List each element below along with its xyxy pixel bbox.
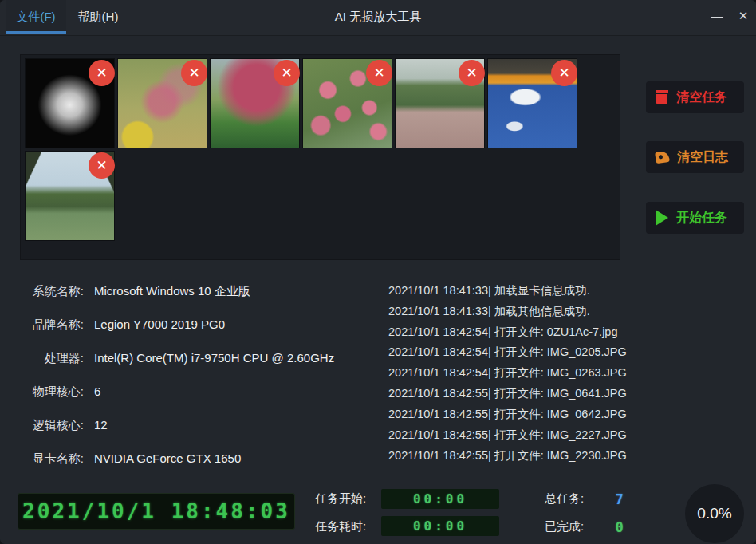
menu-file[interactable]: 文件(F) <box>6 0 66 34</box>
start-task-label: 开始任务 <box>676 210 727 227</box>
clear-logs-label: 清空日志 <box>677 149 728 166</box>
log-line: 2021/10/1 18:42:55| 打开文件: IMG_2227.JPG <box>388 428 739 443</box>
log-line: 2021/10/1 18:42:54| 打开文件: IMG_0263.JPG <box>388 365 739 381</box>
task-start-label: 任务开始: <box>315 491 366 507</box>
led-clock: 2021/10/1 18:48:03 <box>22 499 290 523</box>
log-line: 2021/10/1 18:42:55| 打开文件: IMG_2230.JPG <box>388 448 739 464</box>
delete-thumbnail-icon[interactable]: ✕ <box>274 60 300 86</box>
total-tasks-label: 总任务: <box>545 491 584 507</box>
info-label: 显卡名称: <box>24 451 84 467</box>
play-icon <box>656 210 668 226</box>
minimize-icon[interactable]: — <box>703 0 730 32</box>
thumbnail-red-maple-tree: ✕ <box>210 58 300 148</box>
task-start-display: 00:00 <box>381 489 499 509</box>
info-row-gpu: 显卡名称: NVIDIA GeForce GTX 1650 <box>24 451 383 467</box>
info-label: 逻辑核心: <box>24 418 84 433</box>
info-label: 品牌名称: <box>24 317 84 333</box>
thumbnail-blossom-tree-boat: ✕ <box>117 58 207 148</box>
task-elapsed-display: 00:00 <box>381 516 499 536</box>
thumbnail-guy-fawkes-mask: ✕ <box>25 58 115 148</box>
info-value: 6 <box>94 384 100 398</box>
log-line: 2021/10/1 18:42:55| 打开文件: IMG_0642.JPG <box>388 407 739 423</box>
info-row-os: 系统名称: Microsoft Windows 10 企业版 <box>24 284 383 300</box>
log-line: 2021/10/1 18:41:33| 加载其他信息成功. <box>388 304 739 320</box>
clear-tasks-label: 清空任务 <box>676 89 727 106</box>
log-line: 2021/10/1 18:42:55| 打开文件: IMG_0641.JPG <box>388 386 739 402</box>
thumbnail-pond-pagoda: ✕ <box>25 151 115 241</box>
task-elapsed-label: 任务耗时: <box>315 519 366 534</box>
completed-value: 0 <box>610 519 629 535</box>
info-label: 系统名称: <box>24 284 84 299</box>
clean-broom-icon <box>655 151 670 164</box>
progress-circle: 0.0% <box>685 484 744 543</box>
log-line: 2021/10/1 18:41:33| 加载显卡信息成功. <box>388 283 739 299</box>
led-clock-panel: 2021/10/1 18:48:03 <box>18 493 295 530</box>
info-value: Legion Y7000 2019 PG0 <box>94 317 225 331</box>
menu-file-label: 文件(F) <box>16 10 55 23</box>
completed-label: 已完成: <box>545 519 584 534</box>
info-label: 物理核心: <box>24 384 84 400</box>
info-value: Intel(R) Core(TM) i7-9750H CPU @ 2.60GHz <box>94 351 334 365</box>
clear-tasks-button[interactable]: 清空任务 <box>646 81 744 113</box>
delete-thumbnail-icon[interactable]: ✕ <box>181 60 207 86</box>
task-thumbnail-panel: ✕ ✕ ✕ ✕ ✕ ✕ ✕ <box>20 54 620 260</box>
progress-percent: 0.0% <box>697 505 731 522</box>
thumbnail-park-walkway: ✕ <box>395 58 485 148</box>
info-value: Microsoft Windows 10 企业版 <box>94 284 250 299</box>
total-tasks-value: 7 <box>610 491 629 507</box>
thumbnail-inverted-sky-gull: ✕ <box>487 58 577 148</box>
log-line: 2021/10/1 18:42:54| 打开文件: 0ZU1Ac-7.jpg <box>388 325 739 341</box>
clear-logs-button[interactable]: 清空日志 <box>646 141 744 173</box>
info-row-cpu: 处理器: Intel(R) Core(TM) i7-9750H CPU @ 2.… <box>24 351 383 367</box>
thumbnail-pink-flower-bush: ✕ <box>302 58 392 148</box>
delete-thumbnail-icon[interactable]: ✕ <box>459 60 485 86</box>
info-value: NVIDIA GeForce GTX 1650 <box>94 451 241 465</box>
delete-thumbnail-icon[interactable]: ✕ <box>89 152 115 179</box>
menu-help[interactable]: 帮助(H) <box>73 0 123 34</box>
active-tab-underline <box>6 31 66 34</box>
info-label: 处理器: <box>24 351 84 366</box>
start-task-button[interactable]: 开始任务 <box>646 202 744 234</box>
info-row-physical-cores: 物理核心: 6 <box>24 384 383 400</box>
close-icon[interactable]: ✕ <box>730 0 756 32</box>
delete-thumbnail-icon[interactable]: ✕ <box>551 60 577 86</box>
title-bar: 文件(F) 帮助(H) AI 无损放大工具 — ✕ <box>0 0 756 36</box>
delete-thumbnail-icon[interactable]: ✕ <box>89 60 115 86</box>
app-window: 文件(F) 帮助(H) AI 无损放大工具 — ✕ ✕ ✕ ✕ ✕ ✕ <box>0 0 756 544</box>
trash-icon <box>656 90 668 104</box>
info-row-logical-cores: 逻辑核心: 12 <box>24 418 383 434</box>
delete-thumbnail-icon[interactable]: ✕ <box>366 60 392 86</box>
menu-help-label: 帮助(H) <box>78 10 119 23</box>
log-line: 2021/10/1 18:42:54| 打开文件: IMG_0205.JPG <box>388 345 739 361</box>
info-row-brand: 品牌名称: Legion Y7000 2019 PG0 <box>24 317 383 333</box>
info-value: 12 <box>94 418 108 432</box>
